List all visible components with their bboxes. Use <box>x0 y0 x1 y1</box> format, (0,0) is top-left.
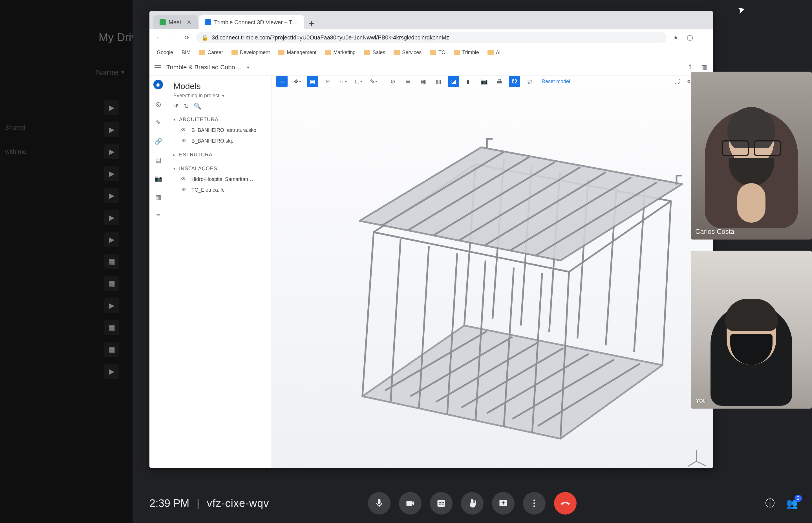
meeting-details-icon[interactable]: ⓘ <box>765 497 775 510</box>
drive-side-shared[interactable]: Shared <box>5 124 37 131</box>
video-file-icon[interactable]: ▶ <box>104 188 119 203</box>
hamburger-icon[interactable] <box>155 64 161 70</box>
rail-todo-icon[interactable]: ◎ <box>156 101 161 108</box>
eye-icon[interactable]: 👁 <box>181 187 188 193</box>
end-call-button[interactable] <box>554 492 577 515</box>
maximize-icon[interactable]: ⛶ <box>672 76 683 87</box>
select-tool[interactable]: ▭ <box>276 76 287 87</box>
drive-column-name[interactable]: Name▴ <box>96 68 124 77</box>
video-file-icon[interactable]: ▶ <box>104 298 119 313</box>
bookmark-folder[interactable]: Services <box>391 49 424 57</box>
hide-tool[interactable]: ⊘ <box>387 76 399 87</box>
more-options-button[interactable] <box>523 492 546 515</box>
close-tab-icon[interactable]: ✕ <box>304 19 304 26</box>
bookmark-folder[interactable]: Development <box>229 49 272 57</box>
rail-attach-icon[interactable]: 🔗 <box>155 138 162 145</box>
share-icon[interactable]: ⤴ <box>686 63 694 72</box>
bookmark-folder[interactable]: Sales <box>361 49 388 57</box>
reload-button[interactable]: ⟳ <box>182 33 192 42</box>
grid-tool[interactable]: ▦ <box>418 76 429 87</box>
bookmark-folder[interactable]: Marketing <box>322 49 358 57</box>
folder-icon[interactable]: ▥ <box>700 63 708 72</box>
people-button[interactable]: 👥3 <box>786 498 798 509</box>
bookmark-folder[interactable]: TC <box>427 49 448 57</box>
rail-models-icon[interactable]: ◉ <box>153 80 163 89</box>
rail-camera-icon[interactable]: 📷 <box>155 175 162 182</box>
address-bar[interactable]: 🔒 3d.connect.trimble.com/?projectId=yU0O… <box>196 32 667 43</box>
raise-hand-button[interactable] <box>461 492 483 515</box>
bookmark-folder[interactable]: All <box>485 49 505 57</box>
image-file-icon[interactable]: ▦ <box>104 276 119 291</box>
bookmark-folder[interactable]: Trimble <box>451 49 481 57</box>
rail-views-icon[interactable]: ▤ <box>155 157 161 164</box>
eye-icon[interactable]: 👁 <box>181 138 188 144</box>
angle-tool[interactable]: ∟▾ <box>352 76 364 87</box>
search-icon[interactable]: 🔍 <box>194 103 201 110</box>
chrome-tab-meet[interactable]: Meet ✕ <box>153 15 198 29</box>
tree-item[interactable]: 👁 B_BANHEIRO.skp <box>167 136 271 146</box>
profile-button[interactable]: ◯ <box>685 33 695 42</box>
chrome-menu-button[interactable]: ⋮ <box>699 33 709 42</box>
eye-icon[interactable]: 👁 <box>181 127 188 133</box>
tree-group-header[interactable]: ▸ ESTRUTURA <box>167 150 271 160</box>
meeting-code[interactable]: vfz-cixe-wqv <box>207 497 269 509</box>
present-button[interactable] <box>492 492 514 515</box>
funnel-icon[interactable]: ⧩ <box>173 103 178 110</box>
video-file-icon[interactable]: ▶ <box>104 364 119 379</box>
forward-button[interactable]: → <box>168 33 178 42</box>
layers-tool[interactable]: ▤ <box>402 76 413 87</box>
tree-item[interactable]: 👁 Hidro-Hospital Samaritan… <box>167 174 271 184</box>
video-file-icon[interactable]: ▶ <box>104 122 119 137</box>
participant-tile[interactable]: Carlos Costa <box>691 72 812 239</box>
bookmark-folder[interactable]: Management <box>276 49 319 57</box>
chrome-tab-trimble[interactable]: Trimble Connect 3D Viewer – T… ✕ <box>199 15 304 29</box>
camera-button[interactable] <box>399 492 422 515</box>
image-file-icon[interactable]: ▦ <box>104 254 119 269</box>
rail-clash-icon[interactable]: ✎ <box>156 119 161 127</box>
project-name[interactable]: Trimble & Brasil ao Cubo… <box>166 64 241 71</box>
sync-tool[interactable]: 🗘 <box>509 76 520 87</box>
close-tab-icon[interactable]: ✕ <box>187 19 191 26</box>
cut-tool[interactable]: ✂ <box>322 76 333 87</box>
video-file-icon[interactable]: ▶ <box>104 144 119 159</box>
section-tool[interactable]: ▥ <box>433 76 444 87</box>
reset-model-button[interactable]: Reset model <box>542 78 570 85</box>
tree-item[interactable]: 👁 TC_Eletrica.ifc <box>167 184 271 195</box>
extensions-button[interactable]: ★ <box>671 33 681 42</box>
markup-tool[interactable]: ✎▾ <box>368 76 379 87</box>
video-file-icon[interactable]: ▶ <box>104 100 119 115</box>
view-tool[interactable]: ◪ <box>448 76 459 87</box>
image-file-icon[interactable]: ▦ <box>104 320 119 335</box>
pan-tool[interactable]: ✥▾ <box>292 76 303 87</box>
captions-button[interactable] <box>430 492 453 515</box>
props-tool[interactable]: ▧ <box>524 76 535 87</box>
orbit-tool[interactable]: ▣ <box>307 76 318 87</box>
bookmark-item[interactable]: BIM <box>179 49 193 57</box>
video-file-icon[interactable]: ▶ <box>104 166 119 181</box>
3d-viewport[interactable] <box>272 87 713 468</box>
video-file-icon[interactable]: ▶ <box>104 210 119 225</box>
chevron-down-icon[interactable]: ▾ <box>222 93 224 98</box>
tree-group-header[interactable]: ▾ INSTALAÇÕES <box>167 163 271 174</box>
bookmark-folder[interactable]: Career <box>196 49 226 57</box>
print-tool[interactable]: 🖶 <box>494 76 505 87</box>
tree-group-header[interactable]: ▾ ARQUITETURA <box>167 114 271 125</box>
rail-groups-icon[interactable]: ▦ <box>155 194 161 201</box>
chevron-down-icon[interactable]: ▾ <box>247 65 249 70</box>
drive-side-withme[interactable]: with me <box>5 148 37 156</box>
sort-icon[interactable]: ⇅ <box>183 103 189 110</box>
rail-more-icon[interactable]: ≡ <box>157 212 160 219</box>
mic-button[interactable] <box>368 492 390 515</box>
eye-icon[interactable]: 👁 <box>181 176 188 182</box>
image-file-icon[interactable]: ▦ <box>104 342 119 357</box>
new-tab-button[interactable]: ＋ <box>305 17 318 29</box>
measure-tool[interactable]: ↔▾ <box>337 76 349 87</box>
video-file-icon[interactable]: ▶ <box>104 232 119 247</box>
bookmark-item[interactable]: Google <box>154 49 176 57</box>
color-tool[interactable]: ◧ <box>463 76 475 87</box>
back-button[interactable]: ← <box>154 33 163 42</box>
self-tile[interactable]: You <box>691 251 812 409</box>
tree-item[interactable]: 👁 B_BANHEIRO_estrutura.skp <box>167 125 271 136</box>
panel-scope[interactable]: Everything in project <box>173 93 219 98</box>
camera-tool[interactable]: 📷 <box>478 76 490 87</box>
